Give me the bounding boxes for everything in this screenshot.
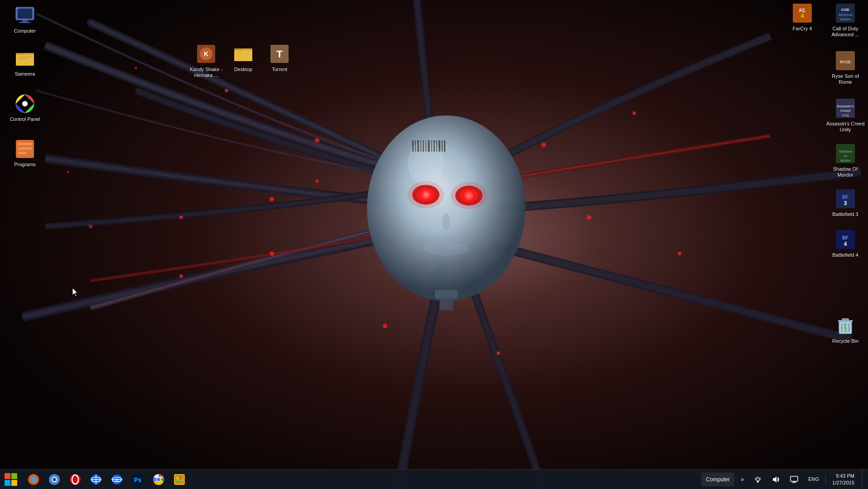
tray-display[interactable] [786,470,802,489]
icon-sameera-label: Sameera [15,71,35,77]
icon-cp-label: Control Panel [10,116,40,122]
svg-text:4: 4 [844,241,847,247]
windows-logo [5,473,17,486]
icon-recycle-label: Recycle Bin [832,338,858,344]
svg-text:e: e [116,477,118,482]
svg-point-57 [22,101,28,106]
desktop-icon-computer[interactable]: Computer [5,5,45,34]
icon-ac-label: Assassin's Creed Unity [825,121,866,133]
svg-text:Shadow: Shadow [839,149,852,153]
computer-tray-label[interactable]: Computer [701,473,734,486]
start-button[interactable] [0,470,22,489]
svg-point-105 [70,474,81,485]
taskbar-apps: e Ps [24,470,189,489]
taskbar-browser4[interactable] [86,470,106,489]
icon-programs-label: Programs [14,162,36,168]
icon-cod-label: Call of Duty Advanced ... [825,26,866,38]
language-label: ENG [808,476,819,482]
svg-text:K: K [204,50,208,58]
svg-marker-126 [773,476,776,483]
svg-text:Assassin's: Assassin's [837,104,854,108]
svg-text:Mordor: Mordor [840,159,851,162]
clock-date: 1/27/2015 [832,479,854,486]
svg-text:3: 3 [844,200,847,206]
icon-kandy-label: Kandy Shake - Hemaka ... [186,67,227,78]
taskbar-app8[interactable] [169,470,189,489]
desktop-icon-control-panel[interactable]: Control Panel [5,93,45,122]
desktop: Computer Sameera Control Panel [0,0,868,489]
desktop-icon-shadow[interactable]: Shadow of Mordor Shadow Of Mordor [825,143,866,178]
svg-rect-53 [16,55,34,66]
display-icon [790,475,798,484]
desktop-icon-bf4[interactable]: BF 4 Battlefield 4 [825,229,866,258]
svg-rect-62 [18,152,27,154]
icon-computer-label: Computer [14,28,36,34]
svg-rect-127 [791,476,798,481]
desktop-icon-ryse[interactable]: RYSE Ryse Son of Rome [825,50,866,85]
svg-text:COD: COD [841,8,849,12]
desktop-icon-desktop[interactable]: Desktop [223,43,264,72]
svg-rect-48 [17,7,19,9]
svg-text:RYSE: RYSE [840,60,851,64]
desktop-icon-sameera[interactable]: Sameera [5,48,45,77]
tray-clock[interactable]: 9:43 PM 1/27/2015 [829,470,858,489]
svg-text:BF: BF [842,195,848,200]
svg-rect-60 [18,143,32,145]
svg-point-125 [757,481,759,483]
svg-text:BF: BF [842,235,848,240]
tray-volume[interactable] [768,470,784,489]
svg-text:4: 4 [801,13,804,19]
taskbar-chromium[interactable] [44,470,64,489]
clock-time: 9:43 PM [836,473,854,479]
tray-separator [825,474,826,485]
desktop-icon-kandy-shake[interactable]: K Kandy Shake - Hemaka ... [186,43,227,78]
icon-shadow-label: Shadow Of Mordor [825,166,866,178]
icon-bf4-label: Battlefield 4 [832,252,858,258]
taskbar: e Ps [0,469,868,489]
desktop-icon-recycle-bin[interactable]: Recycle Bin [825,315,866,344]
tray-expand[interactable]: » [737,470,747,489]
svg-point-104 [53,478,56,481]
svg-text:Creed: Creed [840,109,850,113]
tray-network[interactable] [750,470,766,489]
svg-text:Ps: Ps [134,476,141,484]
taskbar-chrome[interactable] [149,470,169,489]
icon-ryse-label: Ryse Son of Rome [825,73,866,85]
show-desktop-button[interactable] [862,470,864,489]
svg-rect-47 [18,9,32,19]
svg-rect-55 [18,58,29,59]
svg-rect-68 [234,50,252,61]
desktop-icon-bf3[interactable]: BF 3 Battlefield 3 [825,188,866,217]
desktop-icon-torrent[interactable]: T Torrent [259,43,300,72]
icon-torrent-label: Torrent [272,67,287,72]
system-tray: Computer » [701,470,868,489]
svg-text:of: of [844,154,847,158]
svg-point-119 [157,478,160,481]
svg-rect-61 [18,147,32,150]
desktop-icon-ac-unity[interactable]: Assassin's Creed Unity Assassin's Creed … [825,97,866,133]
svg-rect-124 [175,481,183,483]
desktop-icon-farcry4[interactable]: FC 4 FarCry 4 [782,2,823,32]
expand-tray-icon: » [741,476,744,483]
svg-text:Unity: Unity [842,114,849,117]
icon-bf3-label: Battlefield 3 [832,211,858,217]
svg-rect-54 [18,57,32,58]
svg-text:T: T [276,48,283,60]
desktop-icon-cod[interactable]: COD Advanced Warfare Call of Duty Advanc… [825,2,866,38]
taskbar-firefox[interactable] [24,470,43,489]
svg-rect-129 [792,482,796,483]
taskbar-photoshop[interactable]: Ps [128,470,148,489]
svg-text:Advanced: Advanced [838,13,852,16]
icon-desktop-label: Desktop [234,67,252,72]
desktop-icon-programs[interactable]: Programs [5,138,45,168]
tray-language[interactable]: ENG [805,470,823,489]
svg-rect-50 [19,22,30,23]
taskbar-opera[interactable] [65,470,85,489]
svg-rect-49 [22,20,28,22]
icon-farcry-label: FarCry 4 [793,26,812,32]
svg-rect-96 [842,318,849,321]
svg-text:Warfare: Warfare [840,18,851,21]
taskbar-ie[interactable]: e [107,470,127,489]
network-icon [754,475,762,484]
volume-icon [772,475,780,484]
